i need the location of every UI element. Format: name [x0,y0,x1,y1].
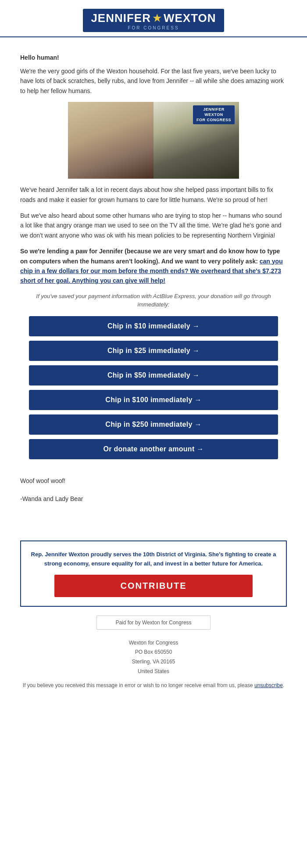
donate-100-button[interactable]: Chip in $100 immediately → [29,390,278,410]
contribute-button[interactable]: CONTRIBUTE [54,575,252,597]
donate-10-button[interactable]: Chip in $10 immediately → [29,316,278,336]
donate-other-button[interactable]: Or donate another amount → [29,439,278,459]
logo-name-right: WEXTON [164,11,216,25]
logo-subtitle: FOR CONGRESS [91,25,216,30]
donate-250-button[interactable]: Chip in $250 immediately → [29,414,278,435]
address-block: Wexton for Congress PO Box 650550 Sterli… [0,638,307,676]
footer-box: Rep. Jennifer Wexton proudly serves the … [20,540,287,607]
address-line-2: PO Box 650550 [0,648,307,657]
unsubscribe-link[interactable]: unsubscribe [254,682,283,688]
paragraph-4: So we're lending a paw for Jennifer (bec… [20,246,287,286]
logo-name-left: JENNIFER [91,11,151,25]
closing-line-2: -Wanda and Lady Bear [20,494,287,504]
paragraph-2: We've heard Jennifer talk a lot in recen… [20,185,287,205]
dog-sign-overlay: JENNIFER WEXTON FOR CONGRESS [193,105,235,124]
page-wrapper: JENNIFER ★ WEXTON FOR CONGRESS Hello hum… [0,0,307,690]
closing-line-1: Woof woof woof! [20,476,287,486]
donate-50-button[interactable]: Chip in $50 immediately → [29,365,278,385]
italic-note: If you've saved your payment information… [20,292,287,309]
paid-for-text: Paid for by Wexton for Congress [115,619,191,626]
donation-buttons: Chip in $10 immediately → Chip in $25 im… [29,316,278,459]
dog-sign-text-line2: WEXTON [196,112,231,118]
paragraph-1: We're the very good girls of the Wexton … [20,66,287,96]
donate-25-button[interactable]: Chip in $25 immediately → [29,341,278,361]
logo-star: ★ [153,13,162,24]
email-content: Hello human! We're the very good girls o… [0,37,307,527]
dog-image-left-panel [68,102,154,179]
dog-image-container: JENNIFER WEXTON FOR CONGRESS [20,102,287,179]
header: JENNIFER ★ WEXTON FOR CONGRESS [0,0,307,37]
dog-sign-text-line1: JENNIFER [196,107,231,112]
paragraph-3: But we've also heard about some other hu… [20,211,287,240]
logo-name: JENNIFER ★ WEXTON [91,11,216,25]
greeting: Hello human! [20,54,287,61]
paragraph-4-bold: So we're lending a paw for Jennifer (bec… [20,248,280,264]
dog-sign-text-line3: FOR CONGRESS [196,118,231,123]
address-line-1: Wexton for Congress [0,638,307,648]
paid-for-box: Paid for by Wexton for Congress [96,616,211,630]
dog-image: JENNIFER WEXTON FOR CONGRESS [68,102,239,179]
unsubscribe-text-suffix: . [283,682,284,688]
unsubscribe-text-prefix: If you believe you received this message… [23,682,254,688]
address-line-3: Sterling, VA 20165 [0,657,307,667]
address-line-4: United States [0,667,307,677]
footer-box-description: Rep. Jennifer Wexton proudly serves the … [30,550,277,569]
unsubscribe-section: If you believe you received this message… [20,681,287,690]
logo-box: JENNIFER ★ WEXTON FOR CONGRESS [83,9,224,32]
